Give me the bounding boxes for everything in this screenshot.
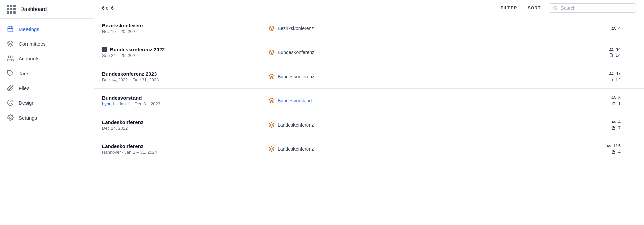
meeting-name-col: Bezirkskonferenz Nov 19 – 20, 2022 — [102, 22, 263, 34]
member-count: 8 — [611, 95, 621, 100]
category-icon — [268, 97, 275, 104]
paperclip-icon — [7, 84, 14, 92]
sidebar-item-design[interactable]: Design — [0, 95, 94, 110]
svg-marker-4 — [8, 41, 13, 44]
member-count: 4 — [611, 26, 621, 31]
meeting-date: Nov 19 – 20, 2022 — [102, 29, 263, 34]
main-content: 6 of 6 FILTER SORT Bezirkskonferenz Nov … — [94, 0, 644, 225]
members-icon — [611, 95, 616, 100]
member-count: 115 — [606, 143, 621, 149]
svg-marker-15 — [269, 50, 274, 52]
meeting-stats: 47 14 — [580, 71, 621, 82]
calendar-icon — [7, 25, 14, 33]
meeting-date: Sep 24 – 25, 2022 — [102, 53, 263, 58]
svg-marker-14 — [269, 26, 274, 28]
doc-icon — [609, 77, 614, 82]
doc-icon — [611, 125, 616, 131]
doc-icon — [609, 53, 614, 58]
layers-icon — [7, 40, 14, 47]
meeting-title: Landeskonferenz — [102, 119, 263, 125]
svg-line-13 — [556, 9, 557, 10]
category-icon — [268, 73, 275, 80]
table-row: Bundesvorstand hybrid · Jan 1 – Dec 31, … — [94, 89, 644, 113]
meeting-name-col: ↑ Bundeskonferenz 2022 Sep 24 – 25, 2022 — [102, 47, 263, 58]
meeting-stats: 4 7 — [580, 119, 621, 131]
table-row: Bundeskonferenz 2023 Dec 14, 2022 – Dec … — [94, 64, 644, 89]
doc-count: 14 — [609, 53, 621, 58]
sidebar-item-design-label: Design — [19, 100, 35, 106]
doc-count: 1 — [611, 101, 621, 106]
svg-point-5 — [8, 56, 11, 58]
sidebar-item-files-label: Files — [19, 85, 30, 91]
sort-button[interactable]: SORT — [525, 4, 543, 12]
meeting-name-col: Landeskonferenz Hannover · Jan 1 – 31, 2… — [102, 143, 263, 155]
users-icon — [7, 55, 14, 62]
table-row: Bezirkskonferenz Nov 19 – 20, 2022 Bezir… — [94, 16, 644, 40]
category-icon — [268, 146, 275, 152]
meeting-name-col: Landeskonferenz Dec 14, 2022 — [102, 119, 263, 131]
meeting-stats: 44 14 — [580, 47, 621, 58]
meeting-category: Landeskonferenz — [268, 122, 575, 128]
category-link[interactable]: Bundesvorstand — [278, 98, 312, 103]
member-count: 44 — [609, 47, 621, 52]
category-icon — [268, 122, 275, 128]
row-menu-button[interactable]: ⋮ — [626, 121, 636, 129]
meeting-title: Bezirkskonferenz — [102, 22, 263, 28]
sidebar-item-tags[interactable]: Tags — [0, 66, 94, 81]
svg-marker-17 — [269, 98, 274, 101]
svg-point-9 — [10, 101, 11, 102]
svg-point-10 — [11, 103, 12, 104]
svg-marker-19 — [269, 146, 274, 149]
sidebar-item-meetings-label: Meetings — [19, 26, 39, 32]
svg-rect-0 — [8, 27, 13, 32]
svg-point-8 — [9, 103, 10, 104]
sidebar-item-settings-label: Settings — [19, 115, 37, 121]
table-row: Landeskonferenz Dec 14, 2022 Landeskonfe… — [94, 113, 644, 137]
meeting-category: Bundeskonferenz — [268, 73, 575, 80]
svg-marker-18 — [269, 122, 274, 125]
search-box — [549, 3, 636, 13]
sidebar-item-accounts[interactable]: Accounts — [0, 51, 94, 66]
meeting-stats: 115 4 — [580, 143, 621, 155]
filter-button[interactable]: FILTER — [498, 4, 520, 12]
export-badge-icon: ↑ — [102, 47, 107, 52]
doc-count: 14 — [609, 77, 621, 82]
sidebar-item-settings[interactable]: Settings — [0, 110, 94, 125]
header-bar: 6 of 6 FILTER SORT — [94, 0, 644, 16]
meeting-date: Hannover · Jan 1 – 31, 2024 — [102, 150, 263, 155]
members-icon — [611, 119, 616, 125]
meeting-stats: 8 1 — [580, 95, 621, 106]
grid-icon — [7, 5, 16, 14]
search-icon — [553, 5, 558, 11]
row-menu-button[interactable]: ⋮ — [626, 73, 636, 80]
member-count: 4 — [611, 119, 621, 125]
hybrid-tag: hybrid — [102, 101, 114, 106]
sidebar-item-committees[interactable]: Committees — [0, 36, 94, 51]
meeting-category: Bundesvorstand — [268, 97, 575, 104]
members-icon — [609, 71, 614, 76]
row-menu-button[interactable]: ⋮ — [626, 145, 636, 153]
sidebar-item-files[interactable]: Files — [0, 81, 94, 95]
meeting-name-col: Bundesvorstand hybrid · Jan 1 – Dec 31, … — [102, 95, 263, 106]
meeting-category: Bezirkskonferenz — [268, 25, 575, 32]
meeting-date: Dec 14, 2022 – Dec 31, 2023 — [102, 77, 263, 82]
meeting-stats: 4 — [580, 26, 621, 31]
doc-count: 4 — [611, 149, 621, 155]
sidebar: Dashboard Meetings Committees — [0, 0, 94, 225]
meeting-title: Landeskonferenz — [102, 143, 263, 149]
row-menu-button[interactable]: ⋮ — [626, 97, 636, 104]
member-count: 47 — [609, 71, 621, 76]
meeting-date: hybrid · Jan 1 – Dec 31, 2023 — [102, 101, 263, 106]
members-icon — [606, 143, 611, 149]
row-menu-button[interactable]: ⋮ — [626, 25, 636, 32]
table-row: Landeskonferenz Hannover · Jan 1 – 31, 2… — [94, 137, 644, 161]
sidebar-nav: Meetings Committees Accounts — [0, 19, 94, 225]
sidebar-item-meetings[interactable]: Meetings — [0, 21, 94, 36]
meeting-title: Bundesvorstand — [102, 95, 263, 101]
search-input[interactable] — [560, 5, 632, 11]
members-icon — [611, 26, 616, 31]
meeting-category: Bundeskonferenz — [268, 49, 575, 56]
row-menu-button[interactable]: ⋮ — [626, 49, 636, 56]
record-count: 6 of 6 — [102, 5, 493, 11]
meeting-category: Landeskonferenz — [268, 146, 575, 152]
